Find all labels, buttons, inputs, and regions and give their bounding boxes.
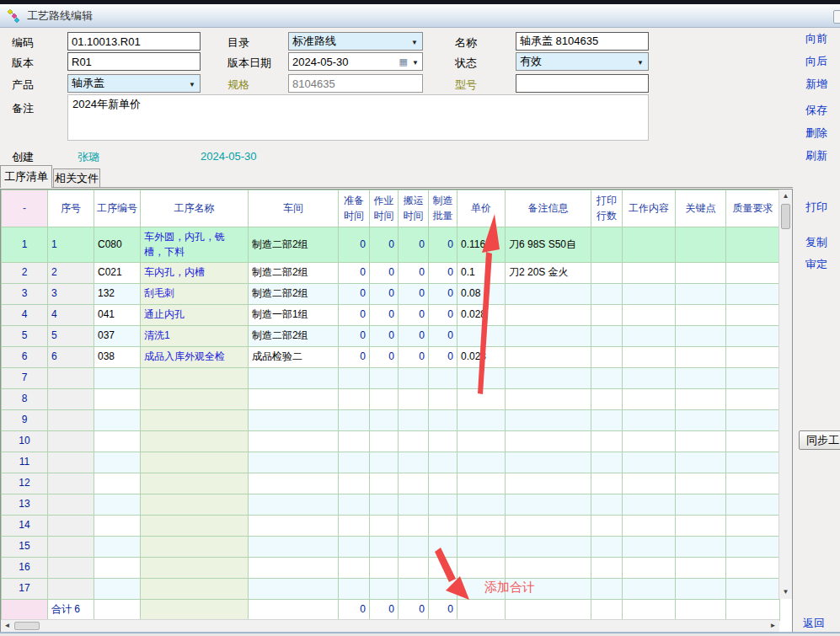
cell-content[interactable] [623, 305, 676, 326]
cell-content[interactable] [623, 537, 676, 558]
cell-price[interactable] [457, 494, 506, 516]
cell-seq[interactable] [48, 516, 94, 537]
side-link-approve[interactable]: 审定 [805, 257, 827, 272]
tab-related-files[interactable]: 相关文件 [53, 168, 100, 188]
cell-move[interactable]: 0 [399, 263, 429, 284]
cell-name[interactable]: 成品入库外观全检 [141, 347, 249, 368]
cell-seq[interactable] [48, 410, 94, 431]
model-input[interactable] [516, 74, 649, 93]
cell-content[interactable] [623, 431, 676, 452]
row-selector[interactable]: 7 [2, 368, 48, 389]
row-selector[interactable]: 12 [2, 473, 48, 494]
cell-batch[interactable] [429, 389, 457, 410]
cell-name[interactable] [141, 537, 249, 558]
cell-print[interactable] [591, 326, 623, 347]
row-selector[interactable]: 4 [2, 305, 48, 326]
cell-price[interactable] [457, 368, 506, 389]
cell-seq[interactable] [48, 452, 94, 473]
cell-move[interactable] [399, 389, 429, 410]
cell-prep[interactable] [339, 579, 370, 600]
cell-move[interactable]: 0 [399, 600, 429, 621]
cell-name[interactable]: 车外圆，内孔，铣槽，下料 [141, 227, 249, 263]
cell-print[interactable] [591, 452, 623, 473]
cell-print[interactable] [591, 473, 623, 494]
product-combo[interactable]: 轴承盖 ▼ [67, 74, 201, 93]
cell-price[interactable] [457, 326, 506, 347]
side-link-refresh[interactable]: 刷新 [805, 148, 827, 163]
cell-name[interactable]: 车内孔，内槽 [141, 263, 249, 284]
cell-keypoint[interactable] [676, 558, 726, 579]
cell-print[interactable] [591, 600, 623, 621]
cell-code[interactable] [94, 452, 141, 473]
cell-prep[interactable]: 0 [339, 326, 370, 347]
cell-shop[interactable] [249, 473, 339, 494]
col-header-5[interactable]: 准备时间 [339, 190, 370, 227]
catalog-combo[interactable]: 标准路线 ▼ [288, 32, 423, 51]
cell-name[interactable] [141, 410, 249, 431]
cell-prep[interactable]: 0 [339, 284, 370, 305]
cell-work[interactable]: 0 [370, 263, 399, 284]
cell-shop[interactable] [249, 452, 339, 473]
cell-keypoint[interactable] [676, 368, 726, 389]
side-link-print[interactable]: 打印 [805, 200, 827, 215]
cell-note[interactable] [506, 389, 591, 410]
cell-name[interactable]: 清洗1 [141, 326, 249, 347]
cell-shop[interactable] [249, 494, 339, 516]
cell-content[interactable] [623, 516, 676, 537]
chevron-down-icon[interactable]: ▼ [189, 81, 195, 88]
cell-seq[interactable]: 1 [48, 227, 94, 263]
cell-content[interactable] [623, 558, 676, 579]
horizontal-scroll-thumb[interactable] [14, 622, 40, 630]
row-selector[interactable]: 10 [2, 431, 48, 452]
cell-move[interactable] [399, 368, 429, 389]
cell-shop[interactable]: 制造二部2组 [249, 227, 339, 263]
col-header-2[interactable]: 工序编号 [94, 190, 141, 227]
cell-print[interactable] [591, 431, 623, 452]
cell-keypoint[interactable] [676, 347, 726, 368]
cell-move[interactable]: 0 [399, 326, 429, 347]
cell-keypoint[interactable] [676, 410, 726, 431]
cell-work[interactable]: 0 [370, 347, 399, 368]
cell-move[interactable] [399, 558, 429, 579]
cell-keypoint[interactable] [676, 263, 726, 284]
cell-code[interactable] [94, 600, 141, 621]
cell-move[interactable]: 0 [399, 284, 429, 305]
cell-seq[interactable] [48, 579, 94, 600]
row-selector[interactable]: 8 [2, 389, 48, 410]
col-header-4[interactable]: 车间 [249, 190, 339, 227]
cell-quality[interactable] [726, 305, 780, 326]
cell-code[interactable] [94, 410, 141, 431]
cell-quality[interactable] [726, 558, 780, 579]
cell-keypoint[interactable] [676, 389, 726, 410]
cell-name[interactable] [141, 368, 249, 389]
cell-note[interactable] [506, 305, 591, 326]
cell-move[interactable]: 0 [399, 227, 429, 263]
cell-quality[interactable] [726, 368, 780, 389]
cell-content[interactable] [623, 284, 676, 305]
row-selector[interactable]: 5 [2, 326, 48, 347]
cell-code[interactable]: C021 [94, 263, 141, 284]
cell-prep[interactable]: 0 [339, 227, 370, 263]
cell-work[interactable]: 0 [370, 326, 399, 347]
cell-move[interactable] [399, 431, 429, 452]
titlebar-button[interactable] [833, 10, 840, 24]
cell-shop[interactable]: 制造二部2组 [249, 284, 339, 305]
return-link[interactable]: 返回 [803, 616, 825, 631]
cell-content[interactable] [623, 452, 676, 473]
row-selector[interactable]: 14 [2, 516, 48, 537]
cell-work[interactable]: 0 [370, 284, 399, 305]
cell-move[interactable] [399, 516, 429, 537]
row-selector[interactable]: 17 [2, 579, 48, 600]
cell-prep[interactable]: 0 [339, 263, 370, 284]
cell-shop[interactable]: 成品检验二 [249, 347, 339, 368]
cell-code[interactable]: 037 [94, 326, 141, 347]
cell-price[interactable]: 0.116 [457, 227, 506, 263]
cell-work[interactable]: 0 [370, 600, 399, 621]
cell-quality[interactable] [726, 431, 780, 452]
cell-batch[interactable]: 0 [429, 263, 457, 284]
cell-shop[interactable]: 制造二部2组 [249, 263, 339, 284]
cell-shop[interactable]: 制造二部2组 [249, 326, 339, 347]
row-selector[interactable]: 9 [2, 410, 48, 431]
col-header-8[interactable]: 制造批量 [429, 190, 457, 227]
cell-move[interactable] [399, 410, 429, 431]
